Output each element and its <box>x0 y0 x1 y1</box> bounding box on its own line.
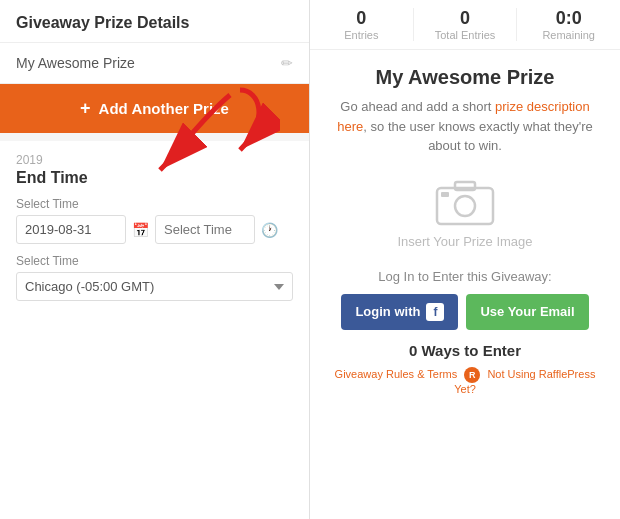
clock-icon: 🕐 <box>261 222 278 238</box>
camera-icon <box>435 176 495 226</box>
stat-total-number: 0 <box>414 8 517 29</box>
svg-point-2 <box>455 196 475 216</box>
stats-bar: 0 Entries 0 Total Entries 0:0 Remaining <box>310 0 620 50</box>
login-buttons: Login with f Use Your Email <box>330 294 600 330</box>
add-prize-label: Add Another Prize <box>99 100 229 117</box>
stat-remaining-number: 0:0 <box>517 8 620 29</box>
timezone-select[interactable]: Chicago (-05:00 GMT) New York (-04:00 GM… <box>16 272 293 301</box>
image-placeholder: Insert Your Prize Image <box>330 176 600 249</box>
stat-remaining-label: Remaining <box>517 29 620 41</box>
calendar-icon[interactable]: 📅 <box>132 222 149 238</box>
stat-total-entries: 0 Total Entries <box>414 8 518 41</box>
left-panel: Giveaway Prize Details My Awesome Prize … <box>0 0 310 519</box>
ways-to-enter: 0 Ways to Enter <box>330 342 600 359</box>
end-time-section: 2019 End Time Select Time 📅 🕐 Select Tim… <box>0 141 309 313</box>
facebook-login-button[interactable]: Login with f <box>341 294 458 330</box>
raffle-badge-icon: R <box>464 367 480 383</box>
date-row: 📅 🕐 <box>16 215 293 244</box>
rules-link[interactable]: Giveaway Rules & Terms <box>335 368 458 380</box>
select-time-label-1: Select Time <box>16 197 293 211</box>
footer-separator: R <box>464 368 483 380</box>
image-label: Insert Your Prize Image <box>397 234 532 249</box>
preview-prize-title: My Awesome Prize <box>330 66 600 89</box>
facebook-button-text: Login with <box>355 304 420 319</box>
stat-entries-number: 0 <box>310 8 413 29</box>
preview-description: Go ahead and add a short prize descripti… <box>330 97 600 156</box>
preview-content: My Awesome Prize Go ahead and add a shor… <box>310 50 620 519</box>
login-label: Log In to Enter this Giveaway: <box>330 269 600 284</box>
section-divider <box>0 133 309 141</box>
svg-rect-4 <box>441 192 449 197</box>
prize-name: My Awesome Prize <box>16 55 135 71</box>
year-label: 2019 <box>16 153 293 167</box>
stat-remaining: 0:0 Remaining <box>517 8 620 41</box>
plus-icon: + <box>80 98 91 119</box>
end-time-heading: End Time <box>16 169 293 187</box>
stat-entries: 0 Entries <box>310 8 414 41</box>
stat-total-label: Total Entries <box>414 29 517 41</box>
email-login-button[interactable]: Use Your Email <box>466 294 588 330</box>
panel-title: Giveaway Prize Details <box>0 0 309 43</box>
date-input[interactable] <box>16 215 126 244</box>
prize-description-highlight: prize description here <box>337 99 589 134</box>
login-section: Log In to Enter this Giveaway: Login wit… <box>330 269 600 330</box>
prize-row: My Awesome Prize ✏ <box>0 43 309 84</box>
edit-icon[interactable]: ✏ <box>281 55 293 71</box>
facebook-icon: f <box>426 303 444 321</box>
footer-links: Giveaway Rules & Terms R Not Using Raffl… <box>330 367 600 395</box>
select-time-label-2: Select Time <box>16 254 293 268</box>
add-prize-button[interactable]: + Add Another Prize <box>0 84 309 133</box>
svg-rect-3 <box>455 182 475 190</box>
stat-entries-label: Entries <box>310 29 413 41</box>
right-panel: 0 Entries 0 Total Entries 0:0 Remaining … <box>310 0 620 519</box>
time-input[interactable] <box>155 215 255 244</box>
